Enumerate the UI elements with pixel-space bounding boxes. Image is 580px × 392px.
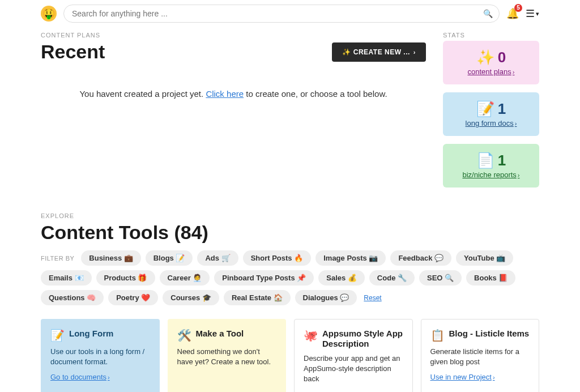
filter-pill[interactable]: Real Estate 🏠 xyxy=(224,290,291,305)
tools-icon: 🛠️ xyxy=(177,329,191,342)
filter-pill[interactable]: Career 🧑‍💼 xyxy=(160,270,210,286)
filter-pill[interactable]: Short Posts 🔥 xyxy=(243,250,312,266)
hamburger-icon: ☰ xyxy=(526,7,535,20)
click-here-link[interactable]: Click here xyxy=(206,89,244,99)
filter-pill[interactable]: Emails 📧 xyxy=(41,270,92,286)
tool-card-listicle[interactable]: 📋 Blog - Listicle Items Generate listicl… xyxy=(421,319,540,392)
top-header: 🤑 🔍 🔔 5 ☰▾ xyxy=(41,0,539,32)
filter-pill[interactable]: Poetry ❤️ xyxy=(108,290,158,305)
tool-card-long-form[interactable]: 📝 Long Form Use our tools in a long form… xyxy=(41,319,160,392)
tool-card-appsumo[interactable]: 🐙 Appsumo Style App Description Describe… xyxy=(294,319,413,392)
create-new-button[interactable]: ✨ CREATE NEW ... › xyxy=(332,42,426,62)
filter-pill[interactable]: Image Posts 📷 xyxy=(315,250,386,266)
stat-long-form[interactable]: 📝1 long form docs › xyxy=(443,92,539,136)
chevron-right-icon: › xyxy=(413,49,416,56)
sparkle-icon: ✨ xyxy=(476,49,494,66)
stat-link-long-form[interactable]: long form docs › xyxy=(466,119,517,127)
filter-pill[interactable]: Code 🔧 xyxy=(369,270,415,286)
filter-row: FILTER BY Business 💼 Blogs 📝 Ads 🛒 Short… xyxy=(41,250,539,305)
filter-pill[interactable]: Sales 💰 xyxy=(318,270,365,286)
go-to-documents-link[interactable]: Go to documents › xyxy=(50,373,110,381)
search-icon: 🔍 xyxy=(483,9,493,18)
explore-label: EXPLORE xyxy=(41,212,539,219)
stats-label: STATS xyxy=(443,32,539,39)
empty-state-message: You havent created a project yet. Click … xyxy=(41,76,426,112)
reset-filters-link[interactable]: Reset xyxy=(364,294,381,302)
search-input[interactable] xyxy=(63,5,500,23)
tool-card-make-tool[interactable]: 🛠️ Make a Tool Need something we don't h… xyxy=(168,319,287,392)
filter-pill[interactable]: SEO 🔍 xyxy=(419,270,462,286)
filter-pill[interactable]: Ads 🛒 xyxy=(197,250,238,266)
filter-pill[interactable]: Products 🎁 xyxy=(96,270,155,286)
filter-pill[interactable]: Books 📕 xyxy=(466,270,515,286)
filter-pill[interactable]: Blogs 📝 xyxy=(146,250,193,266)
stat-link-content-plans[interactable]: content plans › xyxy=(467,67,514,76)
page-icon: 📄 xyxy=(476,152,494,169)
content-plans-label: CONTENT PLANS xyxy=(41,32,426,39)
pencil-icon: 📝 xyxy=(50,329,65,342)
filter-pill[interactable]: Courses 🎓 xyxy=(163,290,219,305)
notifications-button[interactable]: 🔔 5 xyxy=(506,7,519,20)
filter-pill[interactable]: YouTube 📺 xyxy=(456,250,513,266)
filter-pill[interactable]: Feedback 💬 xyxy=(390,250,451,266)
logo[interactable]: 🤑 xyxy=(41,6,57,22)
filter-pill[interactable]: Dialogues 💬 xyxy=(295,290,357,305)
menu-button[interactable]: ☰▾ xyxy=(526,7,539,20)
chevron-down-icon: ▾ xyxy=(536,10,539,18)
stat-link-reports[interactable]: biz/niche reports › xyxy=(462,171,519,179)
stat-content-plans[interactable]: ✨0 content plans › xyxy=(443,41,539,84)
content-tools-title: Content Tools (84) xyxy=(41,221,539,244)
use-in-project-link[interactable]: Use in new Project › xyxy=(430,373,495,381)
filter-pill[interactable]: Questions 🧠 xyxy=(41,290,104,305)
filter-pill[interactable]: Business 💼 xyxy=(81,250,140,266)
notification-badge: 5 xyxy=(514,4,522,12)
stat-reports[interactable]: 📄1 biz/niche reports › xyxy=(443,144,539,188)
filter-by-label: FILTER BY xyxy=(41,255,74,262)
recent-title: Recent xyxy=(41,41,105,63)
filter-pill[interactable]: Pinboard Type Posts 📌 xyxy=(214,270,314,286)
doc-icon: 📝 xyxy=(476,100,494,118)
clipboard-icon: 📋 xyxy=(430,329,445,342)
octopus-icon: 🐙 xyxy=(304,329,318,342)
search-wrap: 🔍 xyxy=(63,5,500,23)
